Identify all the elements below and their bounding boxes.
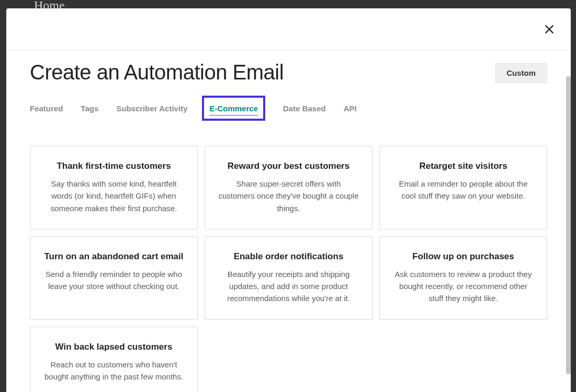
card-title: Thank first-time customers: [43, 161, 185, 171]
card-title: Win back lapsed customers: [43, 342, 185, 352]
card-desc: Say thanks with some kind, heartfelt wor…: [43, 178, 185, 214]
card-desc: Send a friendly reminder to people who l…: [43, 268, 185, 293]
close-icon[interactable]: [544, 24, 555, 35]
modal-content: Create an Automation Email Custom Featur…: [6, 50, 571, 392]
cards-grid: Thank first-time customers Say thanks wi…: [30, 146, 547, 392]
scrollbar[interactable]: [566, 76, 571, 374]
modal-topbar: [6, 8, 571, 50]
tab-tags[interactable]: Tags: [81, 101, 98, 121]
card-title: Retarget site visitors: [392, 161, 534, 171]
card-win-back[interactable]: Win back lapsed customers Reach out to c…: [30, 327, 198, 393]
tabs: Featured Tags Subscriber Activity E-Comm…: [30, 101, 547, 121]
tab-api[interactable]: API: [344, 101, 357, 121]
card-title: Turn on an abandoned cart email: [43, 251, 185, 262]
header-row: Create an Automation Email Custom: [30, 61, 547, 84]
card-desc: Email a reminder to people about the coo…: [392, 178, 534, 202]
card-desc: Reach out to customers who haven't bough…: [43, 359, 185, 383]
card-follow-up[interactable]: Follow up on purchases Ask customers to …: [379, 236, 547, 320]
page-title: Create an Automation Email: [30, 61, 284, 84]
tab-date-based[interactable]: Date Based: [283, 101, 326, 121]
card-reward-best[interactable]: Reward your best customers Share super-s…: [205, 146, 372, 229]
tab-e-commerce[interactable]: E-Commerce: [209, 101, 258, 116]
card-order-notifications[interactable]: Enable order notifications Beautify your…: [205, 236, 372, 320]
tab-ecommerce-highlight: E-Commerce: [202, 96, 265, 121]
custom-button[interactable]: Custom: [495, 63, 547, 83]
automation-modal: Create an Automation Email Custom Featur…: [6, 8, 571, 392]
card-abandoned-cart[interactable]: Turn on an abandoned cart email Send a f…: [30, 236, 198, 320]
tab-featured[interactable]: Featured: [30, 101, 63, 121]
card-desc: Ask customers to review a product they b…: [392, 268, 534, 305]
card-title: Enable order notifications: [218, 251, 359, 262]
tab-subscriber-activity[interactable]: Subscriber Activity: [116, 101, 187, 121]
card-retarget-visitors[interactable]: Retarget site visitors Email a reminder …: [379, 146, 547, 229]
card-thank-first-time[interactable]: Thank first-time customers Say thanks wi…: [30, 146, 198, 229]
card-desc: Beautify your receipts and shipping upda…: [218, 268, 359, 305]
card-title: Follow up on purchases: [392, 251, 534, 262]
card-desc: Share super-secret offers with customers…: [218, 178, 359, 214]
card-title: Reward your best customers: [218, 161, 359, 171]
